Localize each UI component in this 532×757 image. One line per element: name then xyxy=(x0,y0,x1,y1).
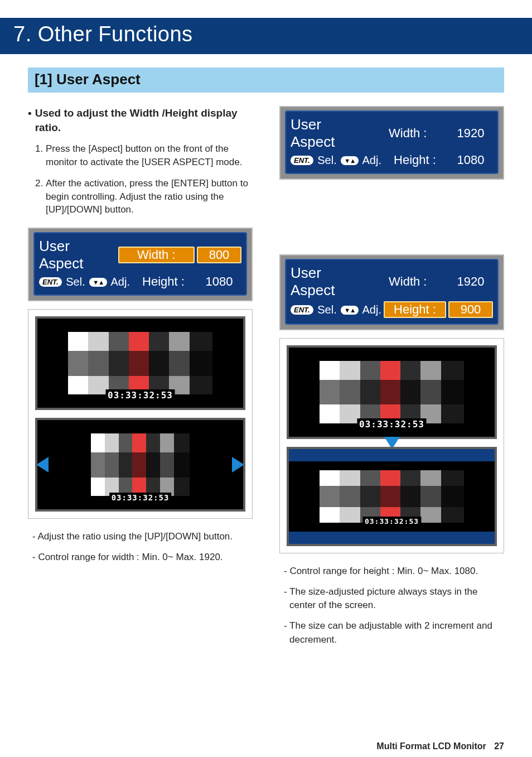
osd-panel-height: User Aspect Width : 1920 ENT. Sel. ▼▲ Ad… xyxy=(279,254,504,330)
osd-panel-width: User Aspect Width : 800 ENT. Sel. ▼▲ Adj… xyxy=(28,228,253,301)
ent-icon: ENT. xyxy=(291,305,313,315)
ent-icon: ENT. xyxy=(291,156,313,165)
osd-height-value: 1080 xyxy=(448,153,493,167)
osd-controls: ENT. Sel. ▼▲ Adj. xyxy=(39,276,130,288)
timecode: 03:33:32:53 xyxy=(362,517,421,526)
osd-title: User Aspect xyxy=(291,264,367,299)
osd-height-value: 900 xyxy=(448,301,493,318)
note: - The size can be adjustable with 2 incr… xyxy=(279,619,504,647)
bullet-marker: • xyxy=(28,106,32,134)
osd-width-label: Width : xyxy=(118,247,195,263)
arrow-left-icon xyxy=(36,457,49,472)
screen-before: 03:33:32:53 xyxy=(35,316,245,410)
updown-icon: ▼▲ xyxy=(341,156,359,165)
width-demo: 03:33:32:53 03:33:32:53 xyxy=(28,309,253,519)
updown-icon: ▼▲ xyxy=(89,278,107,287)
page-footer: Multi Format LCD Monitor 27 xyxy=(376,741,504,751)
screen-after-narrow: 03:33:32:53 xyxy=(35,418,245,512)
height-demo: 03:33:32:53 03:33:32:53 xyxy=(279,338,504,553)
note: - Control range for height : Min. 0~ Max… xyxy=(279,565,504,578)
note: - The size-adjusted picture always stays… xyxy=(279,585,504,613)
osd-width-value: 1920 xyxy=(448,274,493,289)
footer-page-number: 27 xyxy=(494,741,504,751)
osd-title: User Aspect xyxy=(291,116,367,151)
osd-width-label: Width : xyxy=(370,126,447,141)
osd-height-value: 1080 xyxy=(197,274,241,289)
updown-icon: ▼▲ xyxy=(341,306,359,315)
right-column: User Aspect Width : 1920 ENT. Sel. ▼▲ Ad… xyxy=(279,106,504,653)
bullet-item: • Used to adjust the Width /Height displ… xyxy=(28,106,253,134)
osd-panel-default: User Aspect Width : 1920 ENT. Sel. ▼▲ Ad… xyxy=(279,106,504,180)
osd-title: User Aspect xyxy=(39,238,116,272)
osd-height-label: Height : xyxy=(384,301,446,318)
timecode: 03:33:32:53 xyxy=(109,493,172,503)
left-column: • Used to adjust the Width /Height displ… xyxy=(28,106,253,653)
ent-icon: ENT. xyxy=(39,277,62,287)
osd-height-label: Height : xyxy=(384,153,446,167)
section-heading: [1] User Aspect xyxy=(28,67,504,93)
steps-list: Press the [Aspect] button on the front o… xyxy=(28,142,253,216)
step-2: After the activation, press the [ENTER] … xyxy=(46,177,253,216)
arrow-right-icon xyxy=(232,457,244,472)
note: - Adjust the ratio using the [UP]/[DOWN]… xyxy=(28,530,253,544)
osd-width-value: 800 xyxy=(197,247,241,263)
osd-width-label: Width : xyxy=(370,274,447,289)
page-title: 7. Other Functions xyxy=(0,18,532,54)
osd-controls: ENT. Sel. ▼▲ Adj. xyxy=(291,303,381,316)
step-1: Press the [Aspect] button on the front o… xyxy=(46,142,253,169)
screen-before: 03:33:32:53 xyxy=(287,345,497,439)
timecode: 03:33:32:53 xyxy=(105,389,175,401)
osd-height-label: Height : xyxy=(132,274,195,289)
notes-right: - Control range for height : Min. 0~ Max… xyxy=(279,565,504,647)
timecode: 03:33:32:53 xyxy=(357,418,427,430)
screen-after-letterbox: 03:33:32:53 xyxy=(287,447,497,546)
arrow-up-icon xyxy=(384,533,400,545)
osd-width-value: 1920 xyxy=(448,126,493,141)
bullet-text: Used to adjust the Width /Height display… xyxy=(35,106,253,134)
footer-title: Multi Format LCD Monitor xyxy=(376,741,486,751)
notes-left: - Adjust the ratio using the [UP]/[DOWN]… xyxy=(28,530,253,564)
osd-controls: ENT. Sel. ▼▲ Adj. xyxy=(291,154,381,167)
note: - Control range for width : Min. 0~ Max.… xyxy=(28,551,253,565)
